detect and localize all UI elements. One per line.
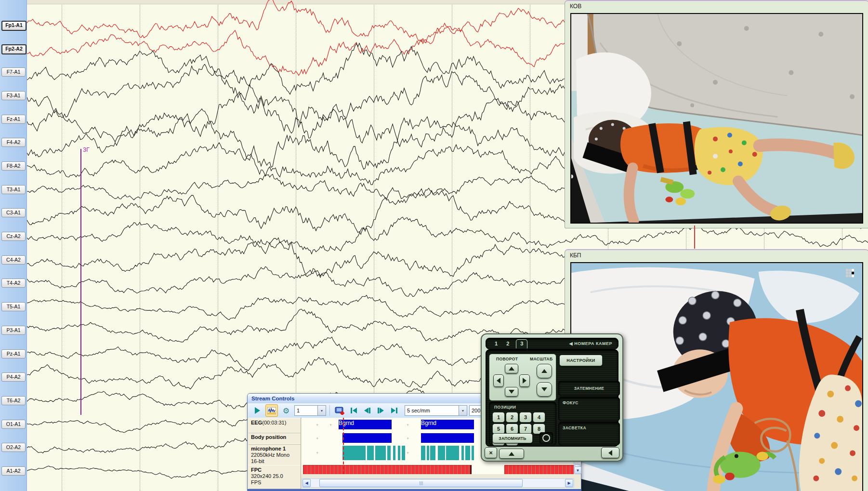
audio-segment[interactable] <box>421 446 425 460</box>
skip-to-start-button[interactable] <box>348 405 359 416</box>
body-position-segment[interactable] <box>421 433 474 443</box>
audio-segment[interactable] <box>398 446 400 460</box>
audio-segment[interactable] <box>367 446 374 460</box>
channel-button-F4-A2[interactable]: F4-A2 <box>1 138 26 147</box>
audio-segment[interactable] <box>461 446 464 460</box>
channel-button-P3-A1[interactable]: P3-A1 <box>1 326 26 335</box>
audio-segment[interactable] <box>402 446 405 460</box>
panel-bottom-border <box>248 489 581 491</box>
audio-segment[interactable] <box>375 446 386 460</box>
position-button-5[interactable]: 5 <box>492 424 505 434</box>
audio-segment[interactable] <box>342 446 366 460</box>
step-forward-button[interactable] <box>375 405 386 416</box>
scroll-down-button[interactable]: ▼ <box>574 466 581 474</box>
channel-button-T6-A2[interactable]: T6-A2 <box>1 396 26 405</box>
channel-button-Fz-A1[interactable]: Fz-A1 <box>1 115 26 124</box>
channel-button-C4-A2[interactable]: C4-A2 <box>1 255 26 265</box>
channel-button-O1-A1[interactable]: O1-A1 <box>1 420 26 429</box>
camera-settings-button[interactable]: НАСТРОЙКИ <box>559 355 603 366</box>
positions-label: ПОЗИЦИИ <box>494 405 516 410</box>
store-position-button[interactable]: ЗАПОМНИТЬ <box>492 433 533 443</box>
focus-group[interactable]: ФОКУС <box>558 397 620 421</box>
video-record-button[interactable] <box>333 404 346 417</box>
eeg-segment-bgrnd[interactable]: Bgrnd <box>339 420 392 429</box>
window-title: КОВ <box>565 1 868 12</box>
position-button-2[interactable]: 2 <box>506 412 518 423</box>
audio-segment[interactable] <box>472 446 474 460</box>
scrollbar-thumb[interactable] <box>319 479 523 487</box>
audio-segment[interactable] <box>427 446 429 460</box>
up-arrow-icon <box>509 452 514 456</box>
channel-button-O2-A2[interactable]: O2-A2 <box>1 443 26 452</box>
position-button-3[interactable]: 3 <box>519 412 532 423</box>
pan-down-button[interactable] <box>505 387 518 397</box>
audio-segment[interactable] <box>438 446 445 460</box>
position-button-4[interactable]: 4 <box>533 412 545 423</box>
timeline-position-cursor[interactable] <box>343 418 344 474</box>
paper-speed-select[interactable]: 5 sec/mm ▼ <box>405 405 467 416</box>
collapse-button[interactable] <box>499 449 524 459</box>
flare-group[interactable]: ЗАСВЕТКА <box>558 422 620 445</box>
camera-tab-2[interactable]: 2 <box>506 341 509 346</box>
preset-cycle-button[interactable] <box>539 432 553 444</box>
row-label-microphone: microphone 1 22050kHz Mono 16-bit <box>249 444 301 465</box>
audio-segment[interactable] <box>465 446 470 460</box>
stream-index-select[interactable]: 1 ▼ <box>294 405 326 416</box>
skip-to-end-button[interactable] <box>388 405 400 416</box>
channel-button-T3-A1[interactable]: T3-A1 <box>1 185 26 194</box>
channel-button-A1-A2[interactable]: A1-A2 <box>1 466 26 476</box>
channel-button-F7-A1[interactable]: F7-A1 <box>1 67 26 77</box>
pan-left-button[interactable] <box>493 374 504 387</box>
position-button-6[interactable]: 6 <box>506 424 518 434</box>
channel-button-T5-A1[interactable]: T5-A1 <box>1 302 26 311</box>
prev-camera-button[interactable] <box>601 447 619 458</box>
gear-icon: ⚙ <box>283 406 289 415</box>
pan-up-button[interactable] <box>505 364 518 373</box>
channel-button-T4-A2[interactable]: T4-A2 <box>1 279 26 288</box>
eeg-segment-bgrnd[interactable]: Bgrnd <box>421 420 474 429</box>
position-button-7[interactable]: 7 <box>519 424 532 434</box>
up-arrow-icon <box>509 367 514 371</box>
zoom-out-button[interactable] <box>537 382 552 397</box>
video-window-kov[interactable]: КОВ <box>565 0 868 228</box>
scroll-left-button[interactable]: ◀ <box>302 479 311 487</box>
channel-button-Pz-A1[interactable]: Pz-A1 <box>1 349 26 358</box>
channel-button-F3-A1[interactable]: F3-A1 <box>1 91 26 100</box>
channel-button-C3-A1[interactable]: C3-A1 <box>1 208 26 217</box>
camera-tab-3[interactable]: 3 <box>516 339 527 348</box>
channel-button-Fp2-A2[interactable]: Fp2-A2 <box>1 44 26 54</box>
channel-button-Fp1-A1[interactable]: Fp1-A1 <box>1 21 26 31</box>
timeline-horizontal-scrollbar[interactable]: ◀ ▶ <box>302 478 574 488</box>
timeline-tick: + <box>316 436 318 441</box>
dim-button[interactable]: ЗАТЕМНЕНИЕ <box>558 381 620 396</box>
up-arrow-icon <box>541 369 547 373</box>
audio-segment[interactable] <box>387 446 391 460</box>
video-frames-segment[interactable] <box>303 465 472 474</box>
channel-button-P4-A2[interactable]: P4-A2 <box>1 372 26 382</box>
channel-button-Cz-A2[interactable]: Cz-A2 <box>1 232 26 241</box>
settings-gear-button[interactable]: ⚙ <box>280 404 292 417</box>
body-position-segment[interactable] <box>342 433 392 443</box>
zoom-in-button[interactable] <box>537 364 552 378</box>
audio-segment[interactable] <box>446 446 459 460</box>
pan-right-button[interactable] <box>519 374 530 387</box>
channel-button-F8-A2[interactable]: F8-A2 <box>1 161 26 171</box>
chevron-down-icon[interactable]: ▼ <box>459 406 467 415</box>
video-scene-bed-overview <box>571 14 862 223</box>
play-icon <box>255 407 260 414</box>
scroll-right-button[interactable]: ▶ <box>565 479 573 487</box>
audio-segment[interactable] <box>393 446 395 460</box>
positions-group: ПОЗИЦИИ 12345678910 ЗАПОМНИТЬ <box>489 402 556 445</box>
waveform-view-toggle[interactable] <box>265 404 278 417</box>
timeline-tick: + <box>407 436 409 441</box>
step-back-button[interactable] <box>361 405 373 416</box>
position-button-1[interactable]: 1 <box>492 412 505 423</box>
audio-segment[interactable] <box>430 446 435 460</box>
eeg-video-monitoring-app: ЗГ Fp1-A1Fp2-A2F7-A1F3-A1Fz-A1F4-A2F8-A2… <box>0 0 868 491</box>
play-button[interactable] <box>251 404 263 417</box>
video-frames-segment[interactable] <box>504 465 574 474</box>
camera-tab-1[interactable]: 1 <box>495 341 498 346</box>
close-button[interactable]: × <box>485 447 497 458</box>
timeline-tick: + <box>407 451 409 455</box>
chevron-down-icon[interactable]: ▼ <box>317 406 326 415</box>
